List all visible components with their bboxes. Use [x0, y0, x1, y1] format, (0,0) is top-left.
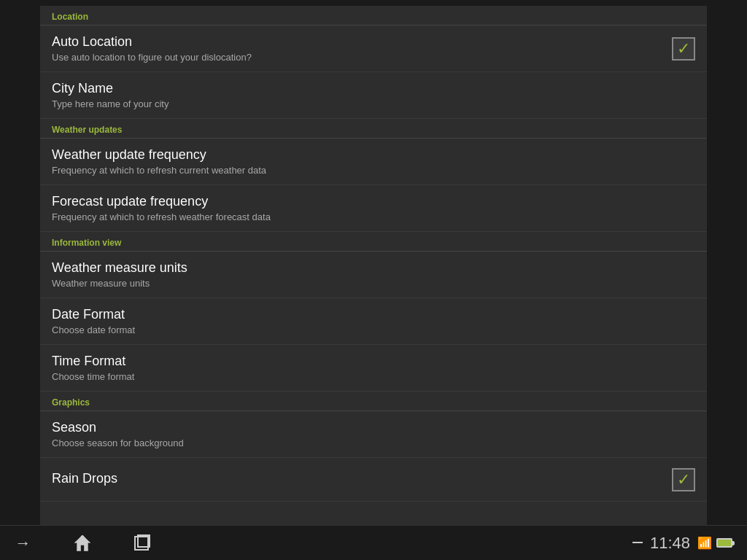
battery-icon: [716, 538, 732, 548]
setting-subtitle-weather-update-frequency: Frequency at which to refresh current we…: [52, 165, 695, 176]
setting-item-rain-drops[interactable]: Rain Drops✓: [40, 458, 707, 502]
setting-title-time-format: Time Format: [52, 354, 695, 369]
section-header-graphics: Graphics: [40, 392, 707, 411]
status-icons: 📶: [697, 536, 732, 550]
section-header-information-view: Information view: [40, 232, 707, 252]
setting-subtitle-auto-location: Use auto location to figure out your dis…: [52, 52, 672, 63]
setting-text-season: SeasonChoose season for background: [52, 420, 695, 448]
checkbox-rain-drops[interactable]: ✓: [672, 468, 695, 491]
nav-left-controls: ←: [15, 534, 149, 553]
setting-title-weather-update-frequency: Weather update frequency: [52, 147, 695, 163]
checkbox-auto-location[interactable]: ✓: [672, 37, 695, 61]
setting-text-forecast-update-frequency: Forecast update frequencyFrequency at wh…: [52, 194, 695, 222]
setting-item-weather-measure-units[interactable]: Weather measure unitsWeather measure uni…: [40, 252, 707, 298]
setting-text-weather-update-frequency: Weather update frequencyFrequency at whi…: [52, 147, 695, 176]
setting-subtitle-season: Choose season for background: [52, 438, 695, 448]
back-button[interactable]: ←: [15, 534, 31, 553]
setting-text-rain-drops: Rain Drops: [52, 471, 672, 489]
setting-title-city-name: City Name: [52, 81, 695, 96]
setting-item-date-format[interactable]: Date FormatChoose date format: [40, 298, 707, 345]
setting-subtitle-city-name: Type here name of your city: [52, 98, 695, 109]
setting-subtitle-forecast-update-frequency: Frequency at which to refresh weather fo…: [52, 211, 695, 222]
setting-item-season[interactable]: SeasonChoose season for background: [40, 411, 707, 458]
setting-subtitle-weather-measure-units: Weather measure units: [52, 278, 695, 289]
setting-text-time-format: Time FormatChoose time format: [52, 354, 695, 382]
setting-item-forecast-update-frequency[interactable]: Forecast update frequencyFrequency at wh…: [40, 185, 707, 232]
setting-item-time-format[interactable]: Time FormatChoose time format: [40, 345, 707, 392]
navigation-bar: ← 11:48 📶: [0, 525, 747, 560]
status-bar: 11:48 📶: [632, 534, 732, 553]
setting-text-date-format: Date FormatChoose date format: [52, 307, 695, 335]
setting-title-rain-drops: Rain Drops: [52, 471, 672, 486]
setting-title-date-format: Date Format: [52, 307, 695, 322]
setting-title-weather-measure-units: Weather measure units: [52, 260, 695, 276]
checkmark-auto-location: ✓: [677, 41, 690, 57]
setting-title-season: Season: [52, 420, 695, 435]
setting-text-city-name: City NameType here name of your city: [52, 81, 695, 109]
minimize-icon: [632, 542, 643, 543]
setting-title-forecast-update-frequency: Forecast update frequency: [52, 194, 695, 209]
setting-subtitle-date-format: Choose date format: [52, 324, 695, 335]
setting-text-weather-measure-units: Weather measure unitsWeather measure uni…: [52, 260, 695, 289]
section-header-location: Location: [40, 6, 707, 26]
setting-subtitle-time-format: Choose time format: [52, 371, 695, 382]
home-button[interactable]: [74, 535, 90, 551]
section-header-weather-updates: Weather updates: [40, 119, 707, 139]
time-display: 11:48: [650, 534, 690, 553]
setting-item-weather-update-frequency[interactable]: Weather update frequencyFrequency at whi…: [40, 139, 707, 185]
setting-item-auto-location[interactable]: Auto LocationUse auto location to figure…: [40, 26, 707, 72]
setting-title-auto-location: Auto Location: [52, 34, 672, 50]
setting-item-city-name[interactable]: City NameType here name of your city: [40, 72, 707, 119]
checkmark-rain-drops: ✓: [677, 472, 690, 488]
setting-text-auto-location: Auto LocationUse auto location to figure…: [52, 34, 672, 63]
wifi-icon: 📶: [697, 536, 712, 550]
recents-button[interactable]: [134, 536, 149, 551]
settings-container: LocationAuto LocationUse auto location t…: [40, 6, 707, 525]
